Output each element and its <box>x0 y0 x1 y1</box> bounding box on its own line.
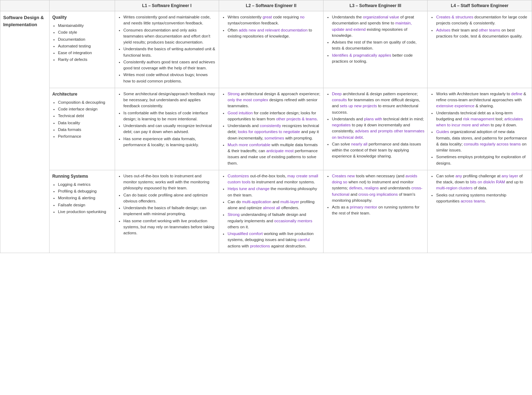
subcategory-title-quality: Quality <box>52 14 112 21</box>
l3-running-list: Creates new tools when necessary (and av… <box>326 173 425 217</box>
list-item: Can solve any profiling challenge at any… <box>436 173 529 191</box>
list-item: Data formats <box>58 127 112 133</box>
list-item: Ease of integration <box>58 50 112 56</box>
highlight: any layer <box>502 174 518 178</box>
header-l2: L2 – Software Engineer II <box>219 0 324 11</box>
list-item: Advises the rest of the team on quality … <box>332 39 425 52</box>
l1-architecture: Some architectural design/approach feedb… <box>115 88 219 170</box>
highlight: Much more comfortable <box>228 143 270 147</box>
highlight: Customizes <box>228 174 249 178</box>
list-item: Often adds new and relevant documentatio… <box>228 27 320 40</box>
row-quality: Software Design & Implementation Quality… <box>0 11 532 88</box>
subcategory-title-running: Running Systems <box>52 173 112 179</box>
highlight: other teams <box>479 28 500 32</box>
list-item: Profiling & debugging <box>58 188 112 194</box>
list-item: Code style <box>58 29 112 35</box>
l4-arch-list: Works with Architecture team regularly t… <box>430 91 529 166</box>
highlight: careful <box>298 237 310 242</box>
list-item: Can solve nearly all performance and dat… <box>332 141 425 160</box>
list-item: Consumes documentation and only asks tea… <box>124 27 216 46</box>
l3-arch-list: Deep architectural & design pattern expe… <box>326 91 425 160</box>
highlight: consults regularly across teams <box>464 142 521 146</box>
highlight: sometimes <box>264 136 284 140</box>
l1-quality-list: Writes consistently good and maintainabl… <box>118 14 216 84</box>
l4-quality-list: Creates & structures documentation for l… <box>430 14 529 39</box>
highlight: Advises <box>436 28 450 32</box>
running-systems-items: Logging & metrics Profiling & debugging … <box>52 182 112 215</box>
list-item: Unqualified comfort working with live pr… <box>228 231 320 249</box>
subcategory-running-systems: Running Systems Logging & metrics Profil… <box>49 170 115 253</box>
l3-architecture: Deep architectural & design pattern expe… <box>323 88 428 170</box>
highlight: defines <box>349 186 362 190</box>
highlight: across teams <box>461 199 485 203</box>
list-item: Uses out-of-the-box tools to instrument … <box>124 173 216 191</box>
l2-running: Customizes out-of-the-box tools, may cre… <box>219 170 324 253</box>
list-item: Writes most code without obvious bugs; k… <box>124 72 216 84</box>
highlight: realigns <box>365 186 379 190</box>
quality-items: Maintainability Code style Documentation… <box>52 23 112 63</box>
highlight: Strong <box>228 92 240 96</box>
highlight: consults <box>332 98 347 102</box>
highlight: multi-application <box>242 200 271 204</box>
highlight: Identifies & pragmatically applies <box>332 53 391 57</box>
list-item: Understands technical debt as a long-ter… <box>436 110 529 128</box>
list-item: Has some experience with data formats, p… <box>124 136 216 148</box>
list-item: Technical debt <box>58 113 112 119</box>
list-item: Maintainability <box>58 23 112 29</box>
list-item: Creates & structures documentation for l… <box>436 14 529 27</box>
l1-arch-list: Some architectural design/approach feedb… <box>118 91 216 148</box>
highlight: adds new and relevant documentation <box>239 28 307 32</box>
list-item: Understands the basics of writing automa… <box>124 46 216 58</box>
highlight: primary mentor <box>350 205 377 209</box>
list-item: Seeks out running systems mentorship opp… <box>436 192 529 205</box>
list-item: Works with Architecture team regularly t… <box>436 91 529 109</box>
list-item: Advises their team and other teams on be… <box>436 27 529 40</box>
highlight: any <box>456 174 462 178</box>
highlight: nearly all <box>351 142 367 146</box>
list-item: Understands and can usually recognize te… <box>124 123 216 135</box>
highlight: Guides <box>436 130 449 134</box>
list-item: Monitoring & alerting <box>58 195 112 201</box>
list-item: Failsafe design <box>58 202 112 208</box>
l4-running: Can solve any profiling challenge at any… <box>428 170 532 253</box>
highlight: risk management <box>463 117 494 121</box>
highlight: only the most complex <box>228 98 268 102</box>
list-item: Identifies & pragmatically applies bette… <box>332 52 425 65</box>
category-label: Software Design & Implementation <box>0 11 50 253</box>
list-item: Some architectural design/approach feedb… <box>124 91 216 109</box>
list-item: Helps tune and change the monitoring phi… <box>228 186 320 198</box>
list-item: Deep architectural & design pattern expe… <box>332 91 425 115</box>
l2-quality-list: Writes consistently great code requiring… <box>222 14 320 39</box>
list-item: Data locality <box>58 120 112 126</box>
competency-table: L1 – Software Engineer I L2 – Software E… <box>0 0 532 253</box>
highlight: organizational value <box>363 15 399 19</box>
row-running-systems: Running Systems Logging & metrics Profil… <box>0 170 532 253</box>
highlight: cross-org implications <box>359 192 398 196</box>
list-item: Writes consistently good and maintainabl… <box>124 14 216 27</box>
subcategory-title-architecture: Architecture <box>52 91 112 97</box>
highlight: sets up new projects <box>340 104 377 108</box>
highlight: protections <box>250 244 270 248</box>
highlight: other projects & teams <box>276 117 317 121</box>
highlight: Creates & structures <box>436 15 473 19</box>
list-item: Acts as a primary mentor on running syst… <box>332 204 425 217</box>
list-item: Understands the basics of failsafe desig… <box>124 205 216 217</box>
list-item: Live production spelunking <box>58 209 112 215</box>
highlight: consistently <box>260 124 281 128</box>
list-item: Customizes out-of-the-box tools, may cre… <box>228 173 320 185</box>
highlight: looks for opportunities to negotiate <box>238 130 300 134</box>
highlight: maintain, update and extend <box>332 21 412 31</box>
l4-quality: Creates & structures documentation for l… <box>428 11 532 88</box>
list-item: Much more comfortable with multiple data… <box>228 142 320 166</box>
list-item: Is comfortable with the basics of code i… <box>124 110 216 122</box>
list-item: Consistently authors good test cases and… <box>124 59 216 71</box>
highlight: negotiates <box>332 123 351 127</box>
list-item: Automated testing <box>58 43 112 49</box>
l4-architecture: Works with Architecture team regularly t… <box>428 88 532 170</box>
list-item: Code interface design <box>58 106 112 112</box>
list-item: Understands and plans with technical deb… <box>332 116 425 141</box>
highlight: multi-layer <box>280 200 299 204</box>
l2-quality: Writes consistently great code requiring… <box>219 11 324 88</box>
highlight: Good intuition <box>228 111 253 115</box>
highlight: plans with <box>364 117 382 121</box>
